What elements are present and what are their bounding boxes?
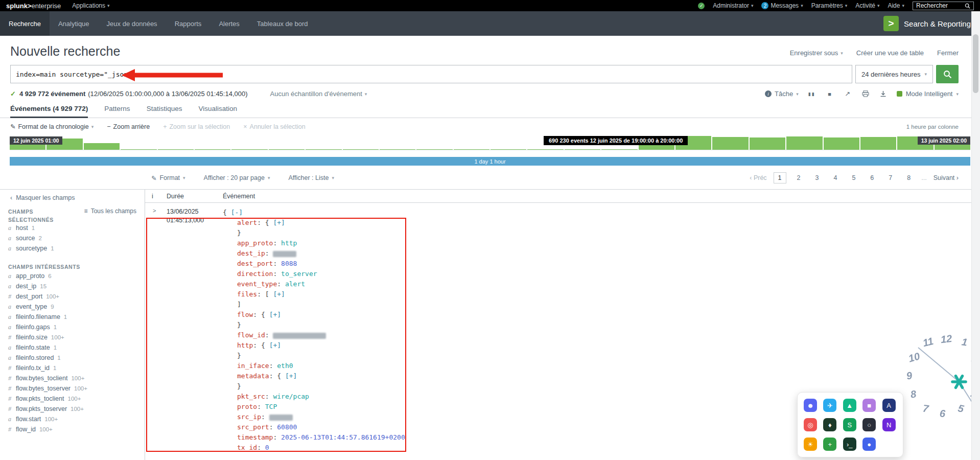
user-menu[interactable]: Administrator▾	[713, 2, 753, 9]
result-tab[interactable]: Patterns	[104, 105, 130, 118]
app-icon[interactable]: A	[882, 399, 896, 412]
json-toggle[interactable]: [+]	[269, 311, 281, 318]
timeline-bar[interactable]	[565, 149, 600, 150]
field-name[interactable]: fileinfo.filename	[16, 313, 60, 320]
json-value[interactable]: 2025-06-13T01:44:57.861619+0200	[281, 433, 405, 441]
zoom-selection-button[interactable]: +Zoom sur la sélection	[163, 123, 230, 130]
app-nav-tab[interactable]: Rapports	[166, 11, 211, 36]
app-nav-tab[interactable]: Jeux de données	[98, 11, 166, 36]
field-row[interactable]: a sourcetype 1	[8, 245, 136, 255]
json-key[interactable]: flow_id	[237, 331, 265, 339]
json-value[interactable]: alert	[285, 280, 305, 288]
zoom-out-button[interactable]: −Zoom arrière	[107, 123, 150, 130]
app-icon[interactable]: ✈	[823, 399, 836, 412]
app-identity[interactable]: > Search & Reporting	[883, 11, 980, 36]
help-menu[interactable]: Aide▾	[888, 2, 904, 9]
page-number-button[interactable]: 7	[884, 173, 896, 183]
timeline-bar[interactable]	[601, 149, 637, 150]
activity-menu[interactable]: Activité▾	[855, 2, 879, 9]
timeline-bar[interactable]	[860, 137, 896, 150]
timeline-bar[interactable]	[416, 149, 452, 150]
hide-fields-button[interactable]: ‹Masquer les champs	[0, 190, 145, 203]
pause-button[interactable]: ▮▮	[807, 91, 816, 97]
timeline-bar[interactable]	[527, 149, 563, 150]
json-key[interactable]: http	[237, 341, 253, 349]
app-nav-tab[interactable]: Recherche	[0, 11, 50, 36]
page-number-button[interactable]: 2	[793, 173, 805, 183]
all-fields-button[interactable]: ≡Tous les champs	[84, 208, 136, 215]
field-name[interactable]: flow.start	[16, 416, 41, 423]
json-key[interactable]: direction	[237, 270, 273, 278]
field-name[interactable]: sourcetype	[16, 245, 47, 252]
json-toggle[interactable]: [-]	[231, 209, 243, 216]
json-key[interactable]: metadata	[237, 372, 269, 380]
field-name[interactable]: fileinfo.size	[16, 334, 48, 341]
close-button[interactable]: Fermer	[937, 49, 959, 57]
timeline-format-menu[interactable]: ✎Format de la chronologie▾	[10, 123, 94, 130]
health-check-icon[interactable]: ✓	[698, 3, 705, 9]
json-key[interactable]: event_type	[237, 280, 277, 288]
timeline-bar[interactable]	[750, 137, 785, 150]
timeline-bar[interactable]	[454, 149, 489, 150]
field-row[interactable]: a dest_ip 15	[8, 283, 136, 293]
page-number-button[interactable]: 3	[811, 173, 823, 183]
per-page-menu[interactable]: Afficher : 20 par page▾	[204, 174, 270, 181]
field-row[interactable]: a fileinfo.filename 1	[8, 313, 136, 324]
field-row[interactable]: # fileinfo.tx_id 1	[8, 364, 136, 375]
json-toggle[interactable]: [+]	[285, 372, 297, 380]
applications-menu[interactable]: Applications▾	[72, 2, 109, 9]
messages-menu[interactable]: 2Messages▾	[761, 2, 803, 9]
print-button[interactable]	[861, 90, 870, 97]
result-tab[interactable]: Statistiques	[147, 105, 182, 118]
scrollbar-thumb[interactable]	[973, 34, 978, 93]
app-nav-tab[interactable]: Alertes	[210, 11, 248, 36]
app-icon[interactable]: ›_	[843, 438, 856, 451]
json-key[interactable]: files	[237, 290, 257, 298]
result-tab[interactable]: Visualisation	[198, 105, 237, 118]
share-button[interactable]: ↗	[843, 90, 852, 98]
json-value[interactable]: TCP	[265, 403, 277, 410]
app-icon[interactable]: ☻	[804, 399, 817, 412]
splunk-logo[interactable]: splunk>enterprise	[6, 2, 61, 10]
page-number-button[interactable]: 5	[848, 173, 859, 183]
json-toggle[interactable]: [+]	[273, 290, 285, 298]
field-name[interactable]: flow.bytes_toclient	[16, 375, 67, 382]
format-menu[interactable]: ✎Format▾	[151, 174, 185, 182]
timeline-bar[interactable]	[84, 143, 120, 150]
time-range-picker[interactable]: 24 dernières heures▾	[855, 65, 933, 83]
search-mode-menu[interactable]: Mode Intelligent▾	[897, 90, 959, 98]
display-as-menu[interactable]: Afficher : Liste▾	[288, 174, 334, 181]
field-name[interactable]: flow_id	[16, 426, 36, 433]
deselect-button[interactable]: ×Annuler la sélection	[243, 123, 305, 130]
field-row[interactable]: # flow_id 100+	[8, 426, 136, 436]
field-name[interactable]: fileinfo.gaps	[16, 324, 50, 331]
timeline-bar[interactable]	[195, 149, 230, 150]
save-as-button[interactable]: Enregistrer sous▾	[790, 49, 843, 57]
json-value[interactable]: http	[281, 239, 297, 247]
field-row[interactable]: # flow.pkts_toclient 100+	[8, 395, 136, 405]
field-name[interactable]: event_type	[16, 303, 47, 310]
json-value[interactable]: 0	[265, 444, 269, 451]
field-row[interactable]: a source 2	[8, 235, 136, 245]
json-key[interactable]: timestamp	[237, 433, 273, 441]
json-toggle[interactable]: [+]	[269, 341, 281, 349]
timeline-bar[interactable]	[380, 149, 415, 150]
result-tab[interactable]: Événements (4 929 772)	[10, 105, 88, 118]
field-name[interactable]: fileinfo.tx_id	[16, 364, 50, 372]
timeline-bar[interactable]	[343, 149, 379, 150]
field-row[interactable]: a fileinfo.stored 1	[8, 354, 136, 364]
app-nav-tab[interactable]: Analytique	[50, 11, 98, 36]
field-name[interactable]: dest_port	[16, 293, 42, 300]
page-number-button[interactable]: 1	[774, 172, 786, 183]
json-key[interactable]: dest_ip	[237, 249, 265, 257]
next-page-button[interactable]: Suivant ›	[934, 174, 959, 181]
json-key[interactable]: app_proto	[237, 239, 273, 247]
app-nav-tab[interactable]: Tableaux de bord	[248, 11, 317, 36]
field-name[interactable]: dest_ip	[16, 283, 36, 290]
field-row[interactable]: # flow.bytes_toserver 100+	[8, 385, 136, 395]
field-name[interactable]: flow.bytes_toserver	[16, 385, 71, 392]
search-submit-button[interactable]	[936, 65, 959, 83]
json-value[interactable]: wire/pcap	[273, 393, 309, 400]
json-value[interactable]: 8088	[281, 260, 297, 267]
json-key[interactable]: alert	[237, 219, 257, 226]
